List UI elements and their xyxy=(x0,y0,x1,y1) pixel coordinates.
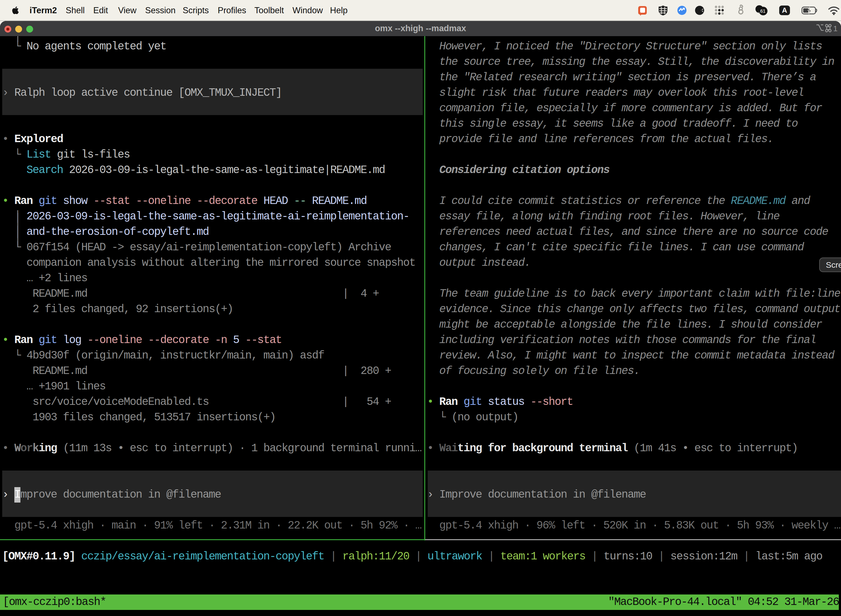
svg-text:..61: ..61 xyxy=(757,9,765,14)
svg-text:1: 1 xyxy=(833,24,838,33)
